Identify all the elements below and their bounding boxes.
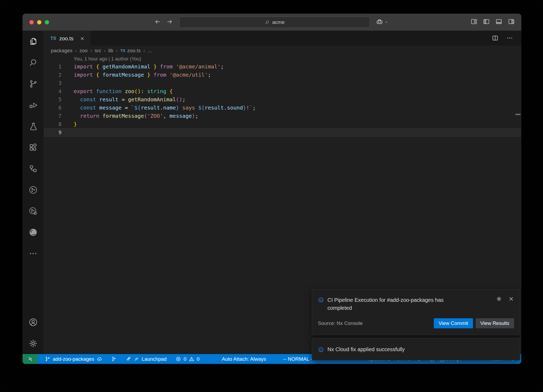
status-remote-indicator[interactable] [23, 354, 38, 364]
line-number[interactable]: 4 [44, 87, 62, 95]
info-icon [318, 296, 324, 303]
view-results-button[interactable]: View Results [476, 318, 514, 328]
ts-file-icon: TS [50, 36, 56, 41]
status-commit-graph[interactable] [108, 354, 120, 364]
breadcrumb-separator: › [104, 48, 106, 54]
status-vim-mode[interactable]: -- NORMAL -- [280, 354, 317, 364]
cloud-upload-icon [97, 356, 102, 362]
error-icon [176, 356, 181, 362]
view-commit-button[interactable]: View Commit [434, 318, 473, 328]
code-text: import { formatMessage } from '@acme/uti… [62, 71, 211, 79]
back-button[interactable] [154, 18, 161, 26]
notification-close-button[interactable] [508, 296, 514, 303]
breadcrumb-item-packages[interactable]: packages [51, 48, 72, 54]
breadcrumb-item-zoo[interactable]: zoo [80, 48, 88, 54]
toggle-secondary-sidebar-button[interactable] [508, 18, 515, 26]
status-git-branch-label: add-zoo-packages [53, 356, 94, 362]
activity-bar-commit-graph-circle[interactable] [23, 179, 44, 201]
notification-toast-2: Nx Cloud fix applied successfully [312, 338, 520, 360]
notification-configure-button[interactable] [496, 296, 502, 303]
customize-layout-button[interactable] [470, 18, 478, 26]
overview-ruler-decoration [515, 114, 520, 115]
gear-icon [28, 339, 38, 348]
breadcrumb-item-src[interactable]: src [95, 48, 101, 54]
status-git-branch[interactable]: add-zoo-packages [42, 354, 105, 364]
breadcrumb-label: zoo.ts [127, 48, 141, 54]
beaker-icon [28, 121, 38, 131]
layout-controls [470, 18, 515, 26]
status-gitlens-launchpad-label: Launchpad [142, 356, 167, 362]
activity-bar-edge-tools[interactable] [23, 222, 44, 243]
status-auto-attach[interactable]: Auto Attach: Always [219, 354, 269, 364]
tab-bar: TSzoo.ts [44, 31, 521, 46]
split-editor-icon [492, 34, 499, 42]
layout-sidebar-left-icon [483, 18, 490, 25]
breadcrumb-separator: › [75, 48, 77, 54]
code-line-3[interactable]: 3 [44, 79, 521, 87]
code-line-6[interactable]: 6 const message = `${result.name} says $… [44, 104, 521, 112]
command-center-search[interactable]: acme [179, 17, 370, 28]
activity-bar-search[interactable] [23, 52, 44, 73]
activity-bar-extensions[interactable] [23, 137, 44, 158]
code-line-8[interactable]: 8} [44, 120, 521, 128]
extensions-icon [28, 143, 38, 152]
status-gitlens-launchpad[interactable]: Launchpad [122, 354, 170, 364]
split-editor-button[interactable] [492, 34, 499, 43]
minimize-window-button[interactable] [37, 20, 41, 24]
activity-bar-bottom [23, 312, 44, 354]
notification-toast-1: CI Pipeline Execution for #add-zoo-packa… [312, 289, 520, 335]
files-icon [28, 37, 38, 46]
activity-bar-testing[interactable] [23, 116, 44, 137]
commit-search-icon [28, 206, 38, 216]
code-line-5[interactable]: 5 const result = getRandomAnimal(); [44, 95, 521, 104]
copilot-menu[interactable] [376, 18, 389, 26]
toggle-panel-button[interactable] [495, 18, 502, 26]
tab-zoo-ts[interactable]: TSzoo.ts [44, 31, 90, 46]
line-number[interactable]: 3 [44, 79, 62, 87]
code-lines: 1import { getRandomAnimal } from '@acme/… [44, 63, 521, 137]
breadcrumb-label: lib [108, 48, 113, 54]
code-text [62, 79, 74, 87]
activity-bar-commit-search[interactable] [23, 201, 44, 222]
code-text: export function zoo(): string { [62, 87, 173, 95]
more-actions-button[interactable] [506, 34, 513, 43]
forward-button[interactable] [166, 18, 173, 26]
activity-bar-workspace-hierarchy[interactable] [23, 158, 44, 179]
toggle-primary-sidebar-button[interactable] [483, 18, 490, 26]
activity-bar-run-and-debug[interactable] [23, 94, 44, 116]
code-line-9[interactable]: 9 [44, 128, 521, 137]
code-line-1[interactable]: 1import { getRandomAnimal } from '@acme/… [44, 63, 521, 71]
line-number[interactable]: 2 [44, 71, 62, 79]
zoom-window-button[interactable] [45, 20, 49, 24]
debug-icon [28, 100, 38, 110]
breadcrumb-item-lib[interactable]: lib [108, 48, 113, 54]
notification-center: CI Pipeline Execution for #add-zoo-packa… [312, 289, 520, 360]
code-line-7[interactable]: 7 return formatMessage('ZOO', message); [44, 112, 521, 120]
activity-bar-additional-views[interactable] [23, 243, 44, 264]
tab-close-icon[interactable] [80, 36, 85, 41]
breadcrumb-item--[interactable]: ... [148, 48, 152, 54]
code-line-4[interactable]: 4export function zoo(): string { [44, 87, 521, 95]
line-number[interactable]: 1 [44, 63, 62, 71]
layout-sidebar-right-icon [508, 18, 515, 25]
code-line-2[interactable]: 2import { formatMessage } from '@acme/ut… [44, 71, 521, 79]
line-number[interactable]: 6 [44, 104, 62, 112]
breadcrumb-separator: › [90, 48, 92, 54]
activity-bar-manage-settings[interactable] [23, 333, 44, 354]
line-number[interactable]: 7 [44, 112, 62, 120]
activity-bar-accounts[interactable] [23, 312, 44, 333]
rocket-icon [126, 356, 131, 362]
status-problems[interactable]: 00 [172, 354, 203, 364]
close-window-button[interactable] [29, 20, 34, 24]
git-branch-icon [45, 356, 50, 362]
breadcrumb-label: zoo [80, 48, 88, 54]
layout-panel-icon [495, 18, 502, 25]
line-number[interactable]: 5 [44, 95, 62, 104]
line-number[interactable]: 9 [44, 128, 62, 137]
line-number[interactable]: 8 [44, 120, 62, 128]
history-nav [154, 18, 173, 26]
breadcrumb-item-zoo-ts[interactable]: TSzoo.ts [120, 48, 141, 54]
activity-bar-source-control[interactable] [23, 73, 44, 94]
git-blame-annotation: You, 1 hour ago | 1 author (You) [44, 55, 521, 63]
activity-bar-explorer[interactable] [23, 31, 44, 52]
